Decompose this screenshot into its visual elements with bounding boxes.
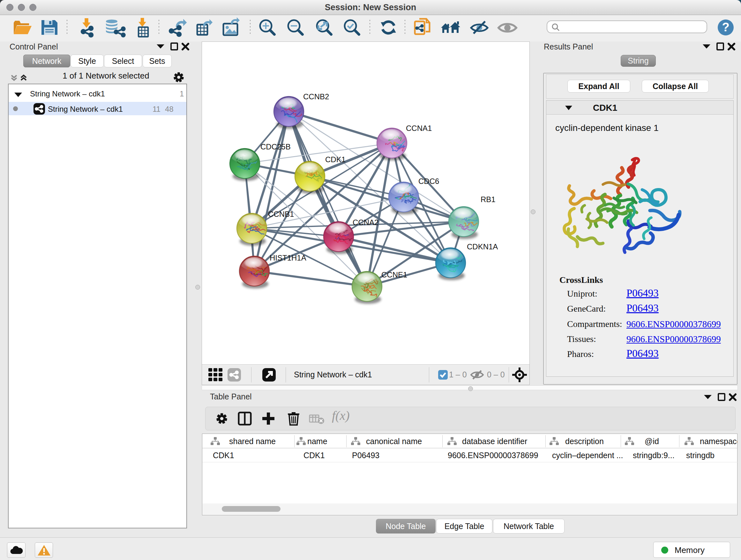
svg-text:HIST1H1A: HIST1H1A (270, 253, 307, 262)
svg-text:CCNE1: CCNE1 (381, 270, 407, 279)
svg-text:CDC6: CDC6 (418, 177, 439, 186)
svg-text:CCNA1: CCNA1 (406, 124, 432, 132)
svg-text:CCNB1: CCNB1 (268, 210, 294, 219)
svg-text:CDC25B: CDC25B (260, 142, 291, 151)
svg-text:CDK1: CDK1 (325, 155, 346, 164)
svg-text:CCNB2: CCNB2 (303, 92, 329, 101)
svg-text:CDKN1A: CDKN1A (467, 242, 498, 251)
svg-text:RB1: RB1 (481, 195, 495, 204)
svg-text:CCNA2: CCNA2 (353, 218, 379, 227)
